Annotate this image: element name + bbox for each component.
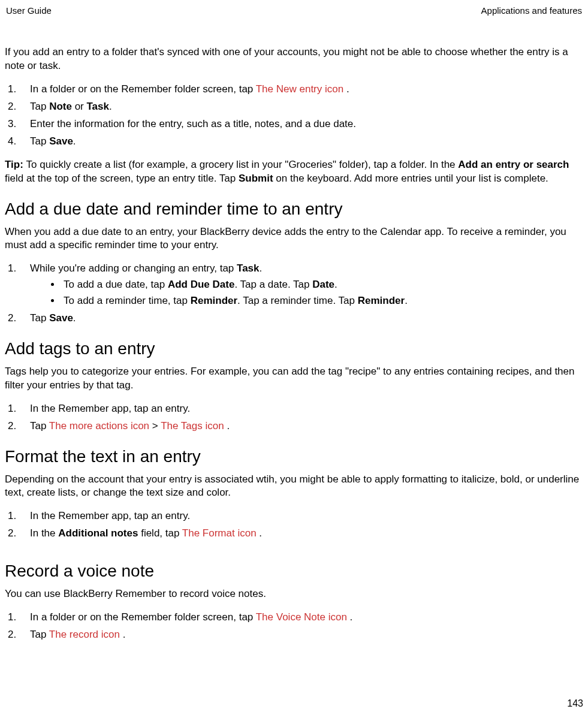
step-item: In the Additional notes field, tap The F… bbox=[19, 527, 581, 541]
steps-due-date: While you're adding or changing an entry… bbox=[5, 262, 581, 325]
step-item: Tap Save. bbox=[19, 312, 581, 325]
bullet-text: . bbox=[405, 295, 408, 306]
tip-text: To quickly create a list (for example, a… bbox=[26, 159, 459, 170]
step-text: Tap bbox=[30, 135, 49, 147]
bold-text: Add an entry or search bbox=[458, 159, 569, 170]
page-content: If you add an entry to a folder that's s… bbox=[5, 46, 583, 642]
step-item: In the Remember app, tap an entry. bbox=[19, 402, 581, 416]
step-text: In the bbox=[30, 527, 58, 539]
heading-tags: Add tags to an entry bbox=[5, 337, 581, 360]
heading-format: Format the text in an entry bbox=[5, 445, 581, 468]
bold-text: Additional notes bbox=[58, 527, 138, 539]
bullet-item: To add a reminder time, tap Reminder. Ta… bbox=[61, 294, 581, 308]
bold-text: Save bbox=[49, 135, 73, 147]
page-number: 143 bbox=[567, 697, 583, 710]
steps-voice: In a folder or on the Remember folder sc… bbox=[5, 611, 581, 642]
steps-format: In the Remember app, tap an entry. In th… bbox=[5, 509, 581, 541]
step-text: Tap bbox=[30, 312, 49, 324]
record-icon: The record icon bbox=[49, 629, 120, 640]
voice-note-icon: The Voice Note icon bbox=[256, 611, 347, 623]
step-text: . bbox=[343, 83, 349, 95]
bold-text: Date bbox=[312, 279, 334, 290]
heading-due-date: Add a due date and reminder time to an e… bbox=[5, 198, 581, 221]
bullet-text: To add a reminder time, tap bbox=[64, 295, 191, 306]
step-item: Tap Note or Task. bbox=[19, 100, 581, 114]
step-text: > bbox=[149, 420, 161, 432]
step-text: In a folder or on the Remember folder sc… bbox=[30, 83, 256, 95]
tip-paragraph: Tip: To quickly create a list (for examp… bbox=[5, 158, 581, 186]
step-item: In a folder or on the Remember folder sc… bbox=[19, 83, 581, 96]
header-right: Applications and features bbox=[481, 5, 582, 17]
step-text: In a folder or on the Remember folder sc… bbox=[30, 611, 256, 623]
tip-label: Tip: bbox=[5, 159, 26, 170]
bold-text: Task bbox=[237, 263, 260, 274]
sub-bullets: To add a due date, tap Add Due Date. Tap… bbox=[30, 278, 581, 308]
step-text: . bbox=[109, 101, 112, 112]
step-text: While you're adding or changing an entry… bbox=[30, 263, 237, 274]
header-left: User Guide bbox=[6, 5, 52, 17]
step-text: or bbox=[72, 101, 87, 112]
tip-text: on the keyboard. Add more entries until … bbox=[273, 173, 548, 184]
bold-text: Save bbox=[49, 312, 73, 324]
step-text: . bbox=[224, 420, 230, 432]
new-entry-icon: The New entry icon bbox=[256, 83, 343, 95]
step-text: field, tap bbox=[138, 527, 182, 539]
step-text: Tap bbox=[30, 101, 49, 112]
step-item: Tap The record icon . bbox=[19, 628, 581, 642]
tip-text: field at the top of the screen, type an … bbox=[5, 173, 239, 184]
bullet-text: . Tap a reminder time. Tap bbox=[237, 295, 358, 306]
voice-paragraph: You can use BlackBerry Remember to recor… bbox=[5, 587, 581, 601]
step-text: . bbox=[260, 263, 263, 274]
step-text: Tap bbox=[30, 420, 49, 432]
step-text: . bbox=[347, 611, 352, 623]
step-item: Tap Save. bbox=[19, 135, 581, 149]
bullet-text: To add a due date, tap bbox=[64, 279, 168, 290]
tags-icon: The Tags icon bbox=[161, 420, 224, 432]
bold-text: Reminder bbox=[358, 295, 405, 306]
step-item: Tap The more actions icon > The Tags ico… bbox=[19, 420, 581, 433]
bullet-item: To add a due date, tap Add Due Date. Tap… bbox=[61, 278, 581, 292]
step-text: . bbox=[257, 527, 262, 539]
bold-text: Note bbox=[49, 101, 72, 112]
bold-text: Reminder bbox=[191, 295, 237, 306]
format-icon: The Format icon bbox=[182, 527, 257, 539]
format-paragraph: Depending on the account that your entry… bbox=[5, 473, 581, 500]
bullet-text: . Tap a date. Tap bbox=[234, 279, 312, 290]
step-text: . bbox=[73, 312, 76, 324]
bold-text: Submit bbox=[239, 173, 273, 184]
page-header: User Guide Applications and features bbox=[5, 5, 583, 17]
bullet-text: . bbox=[334, 279, 337, 290]
intro-paragraph: If you add an entry to a folder that's s… bbox=[5, 46, 581, 73]
heading-voice: Record a voice note bbox=[5, 560, 581, 583]
step-text: . bbox=[120, 629, 125, 640]
bold-text: Task bbox=[86, 101, 109, 112]
step-item: In a folder or on the Remember folder sc… bbox=[19, 611, 581, 625]
step-text: Tap bbox=[30, 629, 49, 640]
due-paragraph: When you add a due date to an entry, you… bbox=[5, 225, 581, 253]
step-item: Enter the information for the entry, suc… bbox=[19, 117, 581, 131]
tags-paragraph: Tags help you to categorize your entries… bbox=[5, 365, 581, 393]
step-item: In the Remember app, tap an entry. bbox=[19, 509, 581, 523]
steps-tags: In the Remember app, tap an entry. Tap T… bbox=[5, 402, 581, 433]
step-text: . bbox=[73, 135, 76, 147]
step-item: While you're adding or changing an entry… bbox=[19, 262, 581, 308]
bold-text: Add Due Date bbox=[168, 279, 234, 290]
more-actions-icon: The more actions icon bbox=[49, 420, 149, 432]
steps-create-entry: In a folder or on the Remember folder sc… bbox=[5, 83, 581, 149]
